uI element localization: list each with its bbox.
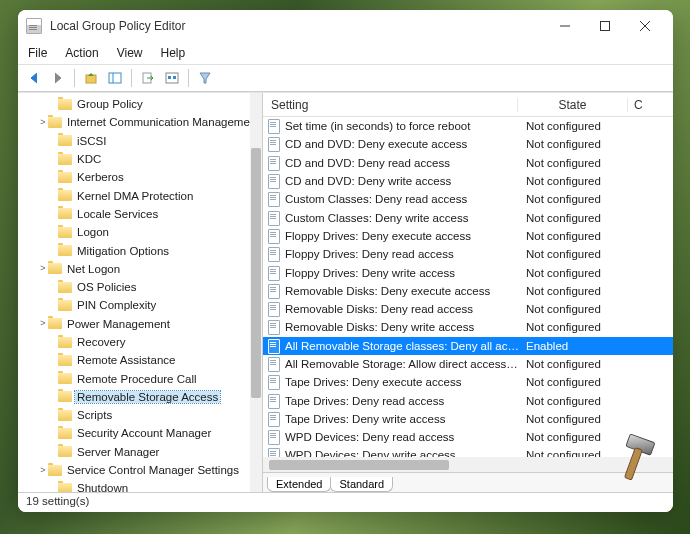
tree-item[interactable]: Shutdown xyxy=(18,479,262,492)
column-state[interactable]: State xyxy=(518,98,628,112)
separator-icon xyxy=(131,69,132,87)
folder-icon xyxy=(58,99,72,110)
tree-item[interactable]: Remote Assistance xyxy=(18,351,262,369)
setting-state: Not configured xyxy=(520,321,630,333)
settings-row[interactable]: CD and DVD: Deny write accessNot configu… xyxy=(263,172,673,190)
tab-extended[interactable]: Extended xyxy=(267,477,331,492)
settings-row[interactable]: Removable Disks: Deny write accessNot co… xyxy=(263,318,673,336)
policy-icon xyxy=(267,394,281,408)
policy-icon xyxy=(267,412,281,426)
setting-state: Not configured xyxy=(520,120,630,132)
window-title: Local Group Policy Editor xyxy=(50,19,545,33)
policy-icon xyxy=(267,211,281,225)
tree-item[interactable]: Scripts xyxy=(18,406,262,424)
settings-row[interactable]: Custom Classes: Deny read accessNot conf… xyxy=(263,190,673,208)
settings-row[interactable]: WPD Devices: Deny read accessNot configu… xyxy=(263,428,673,446)
tree-item[interactable]: KDC xyxy=(18,150,262,168)
folder-icon xyxy=(58,337,72,348)
tree-item[interactable]: Remote Procedure Call xyxy=(18,369,262,387)
settings-row[interactable]: Floppy Drives: Deny read accessNot confi… xyxy=(263,245,673,263)
settings-row[interactable]: Floppy Drives: Deny write accessNot conf… xyxy=(263,263,673,281)
tree-label: Kerberos xyxy=(75,171,126,183)
settings-row[interactable]: Custom Classes: Deny write accessNot con… xyxy=(263,208,673,226)
tree-item[interactable]: OS Policies xyxy=(18,278,262,296)
horizontal-scrollbar[interactable] xyxy=(263,457,673,472)
close-button[interactable] xyxy=(625,12,665,40)
minimize-button[interactable] xyxy=(545,12,585,40)
tab-strip: Extended Standard xyxy=(263,472,673,492)
expand-icon[interactable]: > xyxy=(38,466,48,475)
tree-label: PIN Complexity xyxy=(75,299,158,311)
refresh-button[interactable] xyxy=(162,68,182,88)
svg-rect-0 xyxy=(601,22,610,31)
policy-icon xyxy=(267,174,281,188)
up-button[interactable] xyxy=(81,68,101,88)
settings-row[interactable]: Floppy Drives: Deny execute accessNot co… xyxy=(263,227,673,245)
tree-label: Mitigation Options xyxy=(75,245,171,257)
settings-row[interactable]: Removable Disks: Deny execute accessNot … xyxy=(263,282,673,300)
tree-item[interactable]: >Service Control Manager Settings xyxy=(18,461,262,479)
tree-item[interactable]: Recovery xyxy=(18,333,262,351)
setting-state: Not configured xyxy=(520,193,630,205)
setting-state: Not configured xyxy=(520,358,630,370)
expand-icon[interactable]: > xyxy=(38,118,48,127)
tree-item[interactable]: Group Policy xyxy=(18,95,262,113)
tree-item[interactable]: >Power Management xyxy=(18,315,262,333)
settings-row[interactable]: Set time (in seconds) to force rebootNot… xyxy=(263,117,673,135)
setting-name: Tape Drives: Deny read access xyxy=(285,395,520,407)
setting-state: Not configured xyxy=(520,431,630,443)
settings-row[interactable]: Tape Drives: Deny read accessNot configu… xyxy=(263,391,673,409)
policy-icon xyxy=(267,430,281,444)
tree-item[interactable]: Locale Services xyxy=(18,205,262,223)
settings-row[interactable]: CD and DVD: Deny read accessNot configur… xyxy=(263,154,673,172)
menu-file[interactable]: File xyxy=(26,44,49,62)
settings-row[interactable]: WPD Devices: Deny write accessNot config… xyxy=(263,446,673,457)
tree-item[interactable]: Removable Storage Access xyxy=(18,388,262,406)
folder-icon xyxy=(58,446,72,457)
expand-icon[interactable]: > xyxy=(38,319,48,328)
tree-label: Remote Procedure Call xyxy=(75,373,199,385)
tree-item[interactable]: PIN Complexity xyxy=(18,296,262,314)
tree-item[interactable]: Mitigation Options xyxy=(18,241,262,259)
settings-row[interactable]: Removable Disks: Deny read accessNot con… xyxy=(263,300,673,318)
tree-scrollbar[interactable] xyxy=(250,93,262,492)
menu-view[interactable]: View xyxy=(115,44,145,62)
tab-standard[interactable]: Standard xyxy=(330,477,393,492)
setting-state: Enabled xyxy=(520,340,630,352)
settings-row[interactable]: All Removable Storage classes: Deny all … xyxy=(263,337,673,355)
folder-icon xyxy=(58,154,72,165)
show-hide-tree-button[interactable] xyxy=(105,68,125,88)
svg-rect-7 xyxy=(173,76,176,79)
menubar: File Action View Help xyxy=(18,42,673,64)
tree-item[interactable]: Server Manager xyxy=(18,443,262,461)
settings-row[interactable]: CD and DVD: Deny execute accessNot confi… xyxy=(263,135,673,153)
scrollbar-thumb[interactable] xyxy=(251,148,261,398)
export-button[interactable] xyxy=(138,68,158,88)
back-button[interactable] xyxy=(24,68,44,88)
column-setting[interactable]: Setting xyxy=(263,98,518,112)
forward-button[interactable] xyxy=(48,68,68,88)
tree-item[interactable]: Kernel DMA Protection xyxy=(18,186,262,204)
menu-help[interactable]: Help xyxy=(159,44,188,62)
setting-name: All Removable Storage: Allow direct acce… xyxy=(285,358,520,370)
expand-icon[interactable]: > xyxy=(38,264,48,273)
filter-button[interactable] xyxy=(195,68,215,88)
tree-item[interactable]: Kerberos xyxy=(18,168,262,186)
maximize-button[interactable] xyxy=(585,12,625,40)
settings-row[interactable]: All Removable Storage: Allow direct acce… xyxy=(263,355,673,373)
column-comment[interactable]: C xyxy=(628,98,673,112)
tree-item[interactable]: >Net Logon xyxy=(18,260,262,278)
settings-row[interactable]: Tape Drives: Deny execute accessNot conf… xyxy=(263,373,673,391)
tree-label: Net Logon xyxy=(65,263,122,275)
svg-rect-2 xyxy=(109,73,121,83)
tree-item[interactable]: Security Account Manager xyxy=(18,424,262,442)
folder-icon xyxy=(58,355,72,366)
tree-item[interactable]: Logon xyxy=(18,223,262,241)
tree-label: Service Control Manager Settings xyxy=(65,464,241,476)
tree-item[interactable]: iSCSI xyxy=(18,132,262,150)
settings-row[interactable]: Tape Drives: Deny write accessNot config… xyxy=(263,410,673,428)
scrollbar-thumb[interactable] xyxy=(269,460,449,470)
menu-action[interactable]: Action xyxy=(63,44,100,62)
tree-item[interactable]: >Internet Communication Management xyxy=(18,113,262,131)
policy-icon xyxy=(267,284,281,298)
